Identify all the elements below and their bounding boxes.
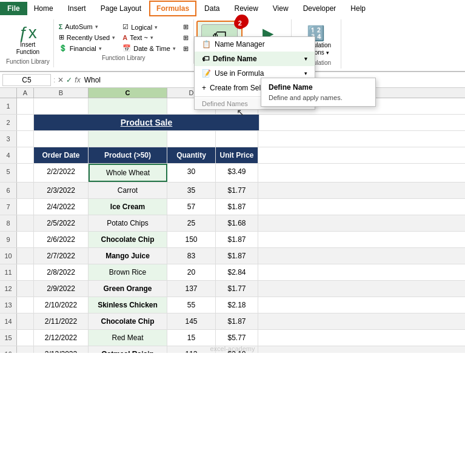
cell-8c[interactable]: Potato Chips <box>89 215 167 231</box>
tab-help[interactable]: Help <box>344 1 372 16</box>
recently-used-button[interactable]: ⊞ Recently Used ▾ <box>56 32 118 42</box>
more-lookup-button[interactable]: ⊞ <box>181 33 191 43</box>
cell-6a[interactable] <box>17 183 34 198</box>
cell-3d[interactable] <box>167 131 216 147</box>
cell-12d[interactable]: 137 <box>167 281 216 297</box>
cell-15e[interactable]: $5.77 <box>216 330 258 346</box>
cell-5b[interactable]: 2/2/2022 <box>34 164 89 182</box>
cell-4e[interactable]: Unit Price <box>216 147 258 163</box>
col-header-b[interactable]: B <box>34 88 89 98</box>
cell-4d[interactable]: Quantity <box>167 147 216 163</box>
cancel-icon[interactable]: ✕ <box>58 76 64 84</box>
cell-9b[interactable]: 2/6/2022 <box>34 232 89 247</box>
cell-8e[interactable]: $1.68 <box>216 215 258 231</box>
insert-function-button[interactable]: ƒx InsertFunction <box>13 22 43 58</box>
name-manager-item[interactable]: 📋 Name Manager <box>195 37 315 52</box>
cell-5c[interactable]: Whole Wheat <box>89 164 167 182</box>
table-row: 5 2/2/2022 Whole Wheat 30 $3.49 <box>0 164 465 183</box>
file-tab[interactable]: File <box>0 2 27 15</box>
define-name-item[interactable]: 🏷 Define Name ▾ <box>195 52 315 66</box>
cell-9a[interactable] <box>17 232 34 247</box>
cell-6d[interactable]: 35 <box>167 183 216 198</box>
cell-15d[interactable]: 15 <box>167 330 216 346</box>
cell-15b[interactable]: 2/12/2022 <box>34 330 89 346</box>
logical-button[interactable]: ☑ Logical ▾ <box>120 22 178 32</box>
tab-view[interactable]: View <box>266 1 295 16</box>
tab-data[interactable]: Data <box>198 1 226 16</box>
more-ref-button[interactable]: ⊞ <box>181 22 191 32</box>
cell-14e[interactable]: $1.87 <box>216 313 258 329</box>
cell-2a[interactable] <box>17 115 34 130</box>
cell-11b[interactable]: 2/8/2022 <box>34 264 89 280</box>
tab-page-layout[interactable]: Page Layout <box>94 1 148 16</box>
col-header-a[interactable]: A <box>17 88 34 98</box>
text-button[interactable]: A Text ~ ▾ <box>120 33 178 42</box>
cell-13e[interactable]: $2.18 <box>216 297 258 313</box>
cell-10e[interactable]: $1.87 <box>216 248 258 264</box>
cell-3b[interactable] <box>34 131 89 147</box>
cell-13c[interactable]: Skinless Chicken <box>89 297 167 313</box>
cell-15a[interactable] <box>17 330 34 346</box>
cell-10c[interactable]: Mango Juice <box>89 248 167 264</box>
cell-6b[interactable]: 2/3/2022 <box>34 183 89 198</box>
cell-9d[interactable]: 150 <box>167 232 216 247</box>
cell-13d[interactable]: 55 <box>167 297 216 313</box>
cell-4a[interactable] <box>17 147 34 163</box>
cell-6e[interactable]: $1.77 <box>216 183 258 198</box>
confirm-icon[interactable]: ✓ <box>66 76 72 84</box>
cell-8b[interactable]: 2/5/2022 <box>34 215 89 231</box>
cell-11a[interactable] <box>17 264 34 280</box>
tab-insert[interactable]: Insert <box>61 1 93 16</box>
cell-3a[interactable] <box>17 131 34 147</box>
cell-5d[interactable]: 30 <box>167 164 216 182</box>
fx-formula-icon[interactable]: fx <box>75 76 80 84</box>
cell-6c[interactable]: Carrot <box>89 183 167 198</box>
autosum-button[interactable]: Σ AutoSum ▾ <box>56 22 118 32</box>
cell-3c[interactable] <box>89 131 167 147</box>
cell-9e[interactable]: $1.87 <box>216 232 258 247</box>
cell-14b[interactable]: 2/11/2022 <box>34 313 89 329</box>
name-box[interactable] <box>2 74 51 86</box>
cell-12b[interactable]: 2/9/2022 <box>34 281 89 297</box>
cell-8a[interactable] <box>17 215 34 231</box>
tab-home[interactable]: Home <box>27 1 60 16</box>
cell-7c[interactable]: Ice Cream <box>89 199 167 215</box>
cell-10a[interactable] <box>17 248 34 264</box>
col-header-c[interactable]: C <box>89 88 167 98</box>
tab-developer[interactable]: Developer <box>296 1 343 16</box>
cell-7b[interactable]: 2/4/2022 <box>34 199 89 215</box>
tab-formulas[interactable]: Formulas <box>149 1 196 16</box>
cell-14d[interactable]: 145 <box>167 313 216 329</box>
cell-10d[interactable]: 83 <box>167 248 216 264</box>
cell-5a[interactable] <box>17 164 34 182</box>
cell-3e[interactable] <box>216 131 258 147</box>
cell-1b[interactable] <box>34 98 89 114</box>
cell-7e[interactable]: $1.87 <box>216 199 258 215</box>
cell-7d[interactable]: 57 <box>167 199 216 215</box>
cell-11d[interactable]: 20 <box>167 264 216 280</box>
cell-15c[interactable]: Red Meat <box>89 330 167 346</box>
financial-button[interactable]: 💲 Financial ▾ <box>56 43 118 53</box>
cell-14a[interactable] <box>17 313 34 329</box>
tab-review[interactable]: Review <box>227 1 264 16</box>
cell-11e[interactable]: $2.84 <box>216 264 258 280</box>
cell-5e[interactable]: $3.49 <box>216 164 258 182</box>
cell-12c[interactable]: Green Orange <box>89 281 167 297</box>
date-time-button[interactable]: 📅 Date & Time ▾ <box>120 43 178 53</box>
cell-14c[interactable]: Chocolate Chip <box>89 313 167 329</box>
cell-13a[interactable] <box>17 297 34 313</box>
cell-9c[interactable]: Chocolate Chip <box>89 232 167 247</box>
cell-1c[interactable] <box>89 98 167 114</box>
cell-10b[interactable]: 2/7/2022 <box>34 248 89 264</box>
cell-4c[interactable]: Product (>50) <box>89 147 167 163</box>
cell-12a[interactable] <box>17 281 34 297</box>
more-math-button[interactable]: ⊞ <box>181 44 191 54</box>
cell-12e[interactable]: $1.77 <box>216 281 258 297</box>
cell-4b[interactable]: Order Date <box>34 147 89 163</box>
cell-13b[interactable]: 2/10/2022 <box>34 297 89 313</box>
cell-11c[interactable]: Brown Rice <box>89 264 167 280</box>
cell-8d[interactable]: 25 <box>167 215 216 231</box>
cell-2b-title[interactable]: Product Sale <box>34 115 259 130</box>
cell-7a[interactable] <box>17 199 34 215</box>
cell-1a[interactable] <box>17 98 34 114</box>
